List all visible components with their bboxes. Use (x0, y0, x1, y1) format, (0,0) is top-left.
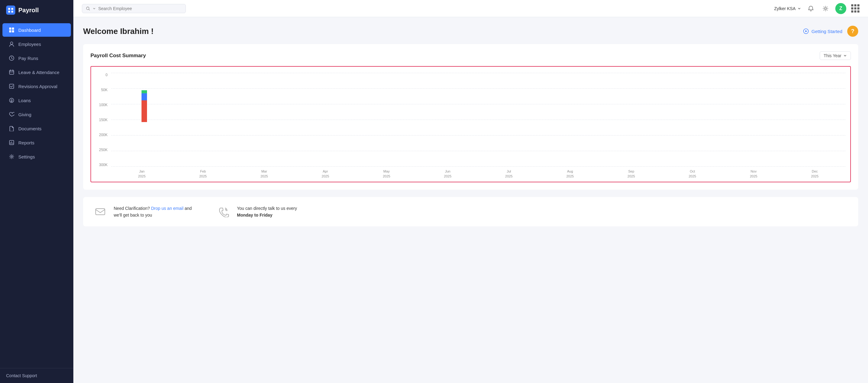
email-icon (93, 204, 107, 219)
email-link[interactable]: Drop us an email (151, 206, 183, 211)
sidebar: Payroll Dashboard Employees Pay Runs Lea… (0, 0, 73, 383)
call-hours: Monday to Friday (237, 213, 272, 217)
sidebar-item-giving[interactable]: Giving (2, 108, 71, 121)
svg-rect-19 (96, 209, 105, 215)
sidebar-item-label: Pay Runs (18, 56, 38, 61)
sidebar-item-label: Revisions Approval (18, 84, 58, 89)
x-label-jan: Jan 2025 (138, 169, 146, 179)
settings-icon (8, 153, 15, 160)
call-prefix: You can directly talk to us every (237, 206, 297, 211)
y-axis: 300K 250K 200K 150K 100K 50K 0 (96, 73, 111, 182)
content-area: Welcome Ibrahim ! Getting Started ? Payr… (73, 17, 868, 383)
support-section: Need Clarification? Drop us an email and… (83, 197, 858, 226)
x-label-jun: Jun 2025 (444, 169, 452, 179)
sidebar-item-label: Reports (18, 140, 34, 145)
svg-point-15 (11, 156, 12, 157)
dropdown-arrow-icon (93, 7, 96, 10)
x-label-nov: Nov 2025 (750, 169, 757, 179)
sidebar-item-documents[interactable]: Documents (2, 122, 71, 135)
svg-rect-11 (9, 70, 14, 74)
sidebar-item-label: Loans (18, 98, 31, 103)
app-logo: Payroll (0, 0, 73, 20)
phone-icon (216, 204, 231, 219)
sidebar-item-label: Employees (18, 41, 41, 47)
payroll-logo-icon (6, 5, 15, 15)
app-name: Payroll (18, 7, 39, 14)
chart-title: Payroll Cost Summary (90, 53, 146, 59)
svg-rect-2 (11, 8, 13, 10)
play-circle-icon (803, 28, 809, 34)
support-call-text: You can directly talk to us every Monday… (237, 205, 297, 219)
y-label-100k: 100K (99, 103, 107, 107)
svg-rect-6 (12, 28, 14, 30)
bars-area (111, 73, 845, 167)
sidebar-item-label: Giving (18, 112, 31, 117)
period-label: This Year (824, 53, 841, 58)
contact-support[interactable]: Contact Support (0, 368, 73, 383)
apps-grid-button[interactable] (851, 4, 860, 12)
period-dropdown-icon (843, 54, 847, 58)
svg-rect-12 (9, 84, 14, 88)
svg-rect-1 (8, 8, 10, 10)
y-label-50k: 50K (101, 88, 107, 92)
chart-inner: 300K 250K 200K 150K 100K 50K 0 (96, 73, 845, 182)
email-suffix-2: we'll get back to you (114, 213, 152, 217)
notifications-button[interactable] (806, 4, 816, 13)
topbar: Zylker KSA Z (73, 0, 868, 17)
contact-support-label: Contact Support (6, 373, 37, 378)
x-label-jul: Jul 2025 (505, 169, 513, 179)
x-label-oct: Oct 2025 (689, 169, 696, 179)
employees-icon (8, 41, 15, 47)
org-name: Zylker KSA (774, 6, 796, 11)
svg-rect-0 (6, 5, 15, 15)
org-selector[interactable]: Zylker KSA (774, 6, 801, 11)
support-call-item: You can directly talk to us every Monday… (216, 204, 297, 219)
search-input[interactable] (98, 6, 182, 11)
x-label-may: May 2025 (383, 169, 390, 179)
sidebar-item-label: Dashboard (18, 28, 41, 33)
sidebar-item-loans[interactable]: Loans (2, 94, 71, 107)
revisions-icon (8, 83, 15, 89)
sidebar-item-settings[interactable]: Settings (2, 150, 71, 164)
sidebar-item-label: Settings (18, 154, 35, 159)
svg-rect-7 (9, 30, 11, 32)
chart-container: 300K 250K 200K 150K 100K 50K 0 (90, 66, 851, 182)
y-label-0: 0 (105, 73, 107, 77)
help-button[interactable]: ? (847, 26, 858, 37)
getting-started-button[interactable]: Getting Started (803, 28, 842, 34)
org-dropdown-icon (797, 7, 801, 10)
x-label-aug: Aug 2025 (566, 169, 574, 179)
period-selector[interactable]: This Year (820, 51, 851, 60)
sidebar-item-revisions-approval[interactable]: Revisions Approval (2, 80, 71, 93)
sidebar-item-employees[interactable]: Employees (2, 37, 71, 51)
svg-point-9 (10, 42, 13, 45)
sidebar-item-pay-runs[interactable]: Pay Runs (2, 51, 71, 65)
sidebar-item-label: Documents (18, 126, 41, 131)
bars-row (111, 73, 845, 167)
settings-button[interactable] (820, 4, 830, 13)
bar-blue (142, 93, 147, 100)
pay-runs-icon (8, 55, 15, 61)
sidebar-item-dashboard[interactable]: Dashboard (2, 23, 71, 37)
sidebar-item-label: Leave & Attendance (18, 70, 59, 75)
bar-red (142, 100, 147, 122)
x-label-feb: Feb 2025 (199, 169, 207, 179)
svg-point-17 (825, 8, 827, 9)
giving-icon (8, 111, 15, 117)
y-label-300k: 300K (99, 163, 107, 167)
sidebar-item-leave-attendance[interactable]: Leave & Attendance (2, 65, 71, 79)
y-label-150k: 150K (99, 118, 107, 122)
y-label-250k: 250K (99, 148, 107, 152)
svg-rect-4 (11, 11, 13, 12)
support-email-text: Need Clarification? Drop us an email and… (114, 205, 192, 219)
avatar-letter: Z (839, 6, 842, 11)
sidebar-nav: Dashboard Employees Pay Runs Leave & Att… (0, 20, 73, 368)
loans-icon (8, 97, 15, 104)
chart-plot: Jan 2025Feb 2025Mar 2025Apr 2025May 2025… (111, 73, 845, 182)
sidebar-item-reports[interactable]: Reports (2, 136, 71, 149)
search-icon (86, 6, 90, 11)
search-wrap[interactable] (82, 4, 186, 13)
email-suffix: and (185, 206, 192, 211)
x-axis: Jan 2025Feb 2025Mar 2025Apr 2025May 2025… (111, 167, 845, 182)
avatar[interactable]: Z (835, 3, 846, 14)
